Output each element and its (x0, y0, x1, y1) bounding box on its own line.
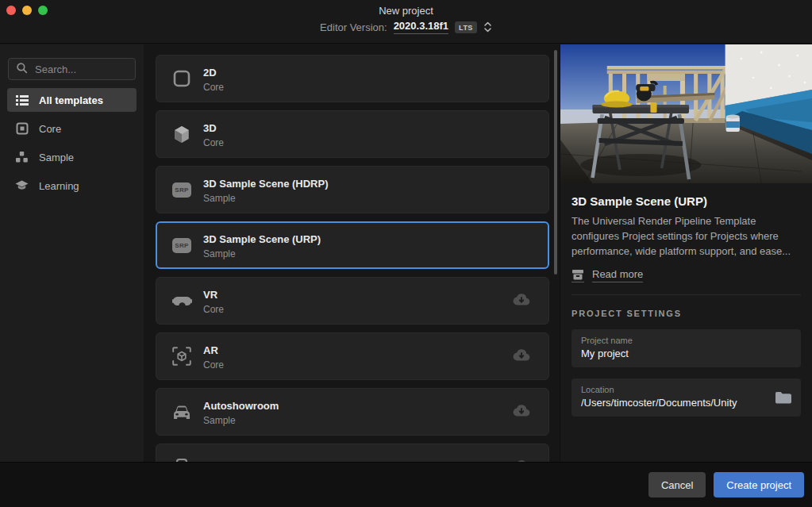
vr-headset-icon (170, 293, 194, 309)
template-title: AR (203, 344, 218, 356)
location-label: Location (581, 385, 791, 394)
cloud-download-icon (512, 348, 531, 365)
cancel-button[interactable]: Cancel (648, 472, 706, 497)
template-subtitle: Sample (203, 415, 279, 426)
cloud-download-icon (512, 293, 531, 309)
template-card-urp[interactable]: SRP 3D Sample Scene (URP)Sample (156, 221, 549, 269)
square-2d-icon (170, 70, 194, 87)
template-subtitle: Core (203, 82, 224, 93)
template-card-vr[interactable]: VRCore (156, 277, 549, 325)
search-icon (16, 62, 28, 77)
read-more-link[interactable]: Read more (571, 268, 643, 282)
template-title: Autoshowroom (203, 400, 279, 412)
sidebar-item-label: Learning (39, 180, 79, 192)
ar-cube-icon (170, 347, 194, 366)
template-title: 3D Sample Scene (URP) (203, 233, 321, 245)
template-card-3d[interactable]: 3DCore (156, 110, 549, 158)
template-card-autoshowroom[interactable]: AutoshowroomSample (156, 388, 549, 436)
template-subtitle: Sample (203, 193, 329, 204)
details-panel: 3D Sample Scene (URP) The Universal Rend… (560, 44, 812, 462)
lts-badge: LTS (455, 21, 477, 33)
cube-3d-icon (170, 125, 194, 144)
srp-badge-icon: SRP (170, 238, 194, 253)
read-more-label: Read more (592, 268, 643, 282)
cloud-download-icon (512, 404, 531, 421)
sidebar-item-label: Core (39, 123, 61, 135)
core-icon (15, 122, 29, 135)
template-subtitle: Core (203, 304, 224, 315)
srp-badge-icon: SRP (170, 182, 194, 198)
divider (571, 294, 801, 295)
template-card-2d[interactable]: 2DCore (156, 55, 549, 102)
search-box[interactable] (8, 58, 136, 80)
learning-icon (15, 180, 29, 191)
search-input[interactable] (35, 63, 128, 75)
template-preview-image (560, 44, 812, 183)
editor-version-label: Editor Version: (320, 21, 387, 33)
template-card-3d-mobile[interactable]: 3D Mobile (156, 444, 549, 462)
titlebar: New project Editor Version: 2020.3.18f1 … (0, 0, 812, 44)
journal-icon (571, 268, 584, 282)
template-subtitle: Core (203, 137, 224, 148)
sidebar-item-learning[interactable]: Learning (7, 174, 137, 198)
template-subtitle: Sample (203, 248, 321, 259)
template-title: VR (203, 289, 217, 301)
footer: Cancel Create project (0, 462, 812, 507)
version-stepper-icon[interactable] (483, 21, 492, 33)
sidebar-item-label: All templates (39, 94, 103, 106)
car-icon (170, 404, 194, 420)
template-title: 2D (203, 67, 217, 79)
template-subtitle: Core (203, 359, 224, 371)
list-scrollbar[interactable] (554, 50, 557, 275)
browse-folder-button[interactable] (775, 391, 791, 405)
location-field[interactable]: Location (571, 378, 801, 417)
new-project-dialog: New project Editor Version: 2020.3.18f1 … (0, 0, 812, 507)
template-card-ar[interactable]: ARCore (156, 332, 549, 380)
template-title: 3D (203, 122, 217, 134)
details-title: 3D Sample Scene (URP) (571, 194, 801, 208)
project-name-field[interactable]: Project name (571, 329, 801, 367)
sidebar: All templates Core Sample Learning (0, 44, 144, 462)
project-name-input[interactable] (581, 348, 791, 359)
sidebar-item-core[interactable]: Core (7, 117, 137, 140)
template-title: 3D Sample Scene (HDRP) (203, 178, 329, 190)
sample-icon (15, 152, 29, 163)
main-content: All templates Core Sample Learning (0, 44, 812, 462)
editor-version-row: Editor Version: 2020.3.18f1 LTS (0, 20, 812, 34)
template-card-hdrp[interactable]: SRP 3D Sample Scene (HDRP)Sample (156, 166, 549, 213)
list-icon (15, 94, 29, 106)
location-input[interactable] (581, 397, 766, 409)
sidebar-item-sample[interactable]: Sample (7, 145, 137, 169)
page-title: New project (0, 5, 812, 17)
details-description: The Universal Render Pipeline Template c… (571, 213, 801, 259)
template-list: 2DCore 3DCore SRP 3D Sample Scene (HDRP)… (144, 44, 560, 462)
create-project-button[interactable]: Create project (714, 472, 804, 497)
sidebar-item-label: Sample (39, 152, 74, 163)
sidebar-item-all-templates[interactable]: All templates (7, 88, 137, 112)
project-settings-header: PROJECT SETTINGS (571, 309, 801, 318)
project-name-label: Project name (581, 336, 791, 345)
details-body: 3D Sample Scene (URP) The Universal Rend… (560, 183, 812, 417)
editor-version-value[interactable]: 2020.3.18f1 (394, 20, 448, 34)
